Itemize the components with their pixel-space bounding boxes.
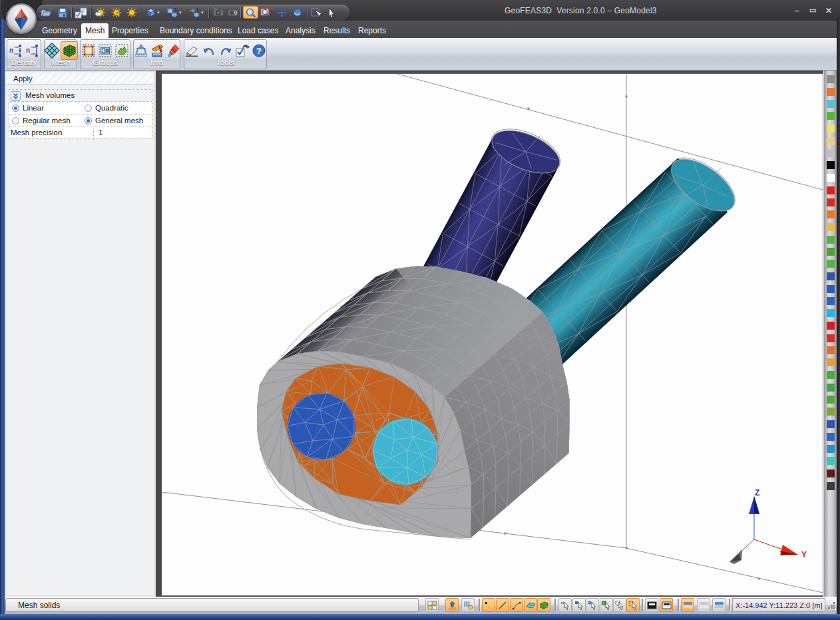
svg-text:?: ? (256, 46, 262, 56)
svg-text:Y: Y (801, 550, 807, 559)
svg-text:1: 1 (196, 7, 199, 12)
svg-text:n: n (26, 47, 30, 54)
svg-text:Z: Z (755, 488, 759, 497)
svg-text:n: n (9, 47, 13, 54)
svg-text:1: 1 (174, 7, 177, 12)
